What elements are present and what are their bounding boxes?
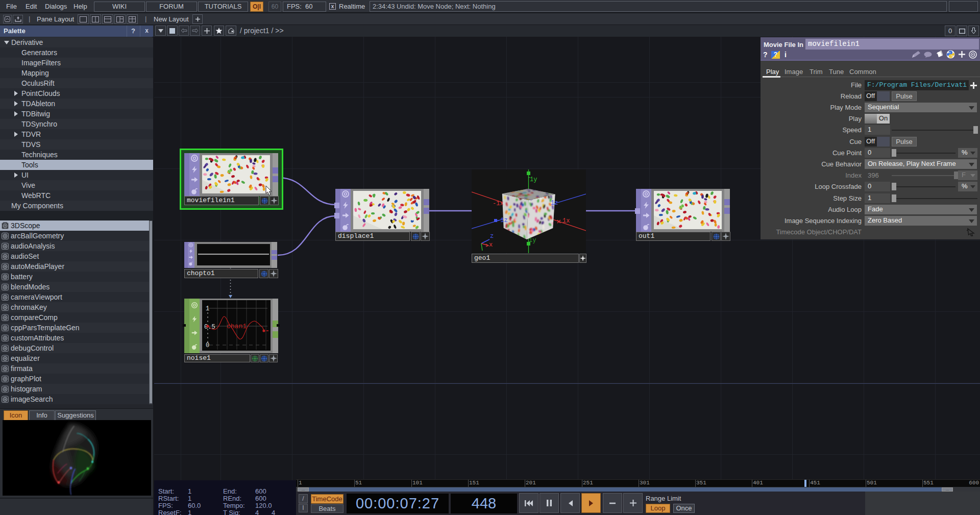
svg-text:1y: 1y (529, 237, 536, 244)
svg-text:0: 0 (206, 342, 209, 349)
svg-text:-: - (527, 174, 531, 181)
svg-text:-1z: -1z (497, 217, 508, 224)
svg-text:chan1: chan1 (227, 323, 247, 330)
svg-text:1z: 1z (551, 200, 558, 207)
svg-text:1x: 1x (562, 217, 570, 225)
svg-text:-1x: -1x (493, 200, 504, 207)
svg-text:y: y (480, 252, 484, 253)
svg-text:z: z (490, 233, 494, 240)
svg-text:x: x (489, 241, 493, 249)
svg-text:1: 1 (206, 305, 209, 312)
